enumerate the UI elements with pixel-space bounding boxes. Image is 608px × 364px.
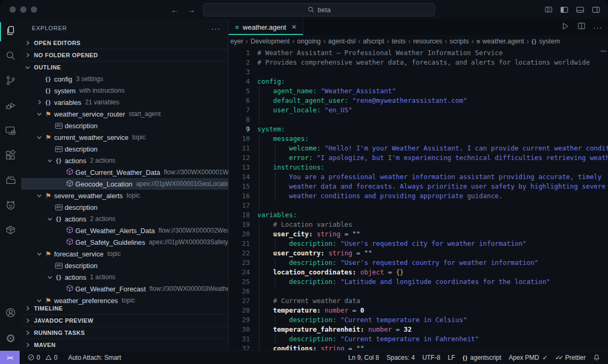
breadcrumb-item-scripts[interactable]: scripts: [450, 38, 469, 45]
activity-settings[interactable]: ⚙: [0, 327, 21, 350]
breadcrumb-item-afscript[interactable]: afscript: [363, 38, 384, 45]
run-icon[interactable]: [561, 22, 570, 33]
close-window-icon[interactable]: [10, 6, 16, 13]
remote-indicator[interactable]: ><: [0, 351, 20, 364]
minimize-window-icon[interactable]: [20, 6, 27, 13]
files-icon: [5, 25, 16, 39]
section-0[interactable]: OPEN EDITORS: [21, 37, 228, 49]
toggle-panel-icon[interactable]: [576, 5, 585, 14]
status-item-ln-9-col-8[interactable]: Ln 9, Col 8: [344, 351, 383, 364]
problems-status[interactable]: 0 0: [24, 351, 61, 364]
robot-icon: [5, 199, 16, 213]
code-line-28: 28 temperature: number = 0: [229, 306, 608, 315]
outline-item-Geocode_Location[interactable]: Geocode_Locationapex://01pWX000001GeoLoc…: [21, 178, 228, 190]
close-tab-icon[interactable]: ✕: [291, 23, 297, 31]
bottom-section-0[interactable]: TIMELINE: [21, 303, 228, 314]
outline-item-actions[interactable]: {} actions2 actions: [21, 213, 228, 225]
outline-item-Get_Safety_Guidelines[interactable]: Get_Safety_Guidelinesapex://01pWX000003S…: [21, 236, 228, 248]
chevron-right-icon: [23, 318, 32, 323]
outline-item-description[interactable]: abc description: [21, 260, 228, 271]
outline-section-header[interactable]: OUTLINE: [21, 61, 228, 73]
toggle-secondary-sidebar-icon[interactable]: [592, 5, 601, 14]
chevron-right-icon: [23, 306, 32, 311]
status-item-apex-pmd[interactable]: Apex PMD✓: [505, 351, 551, 364]
tab-weather-agent[interactable]: ≡ weather.agent ✕: [229, 19, 303, 35]
status-item-bell[interactable]: [589, 351, 604, 364]
outline-item-Get_Current_Weather_Data[interactable]: Get_Current_Weather_Dataflow://300WX0000…: [21, 166, 228, 178]
status-item-agentscript[interactable]: {}agentscript: [459, 351, 505, 364]
line-number: 24: [229, 268, 250, 277]
warning-icon: [45, 354, 52, 361]
outline-item-Get_Weather_Forecast[interactable]: Get_Weather_Forecastflow://300WX000003We…: [21, 283, 228, 295]
activity-search[interactable]: [0, 45, 21, 68]
line-number: 19: [229, 220, 250, 229]
breadcrumb-item-Development[interactable]: Development: [250, 38, 290, 45]
line-number: 16: [229, 191, 250, 201]
forward-icon[interactable]: →: [187, 5, 195, 14]
breadcrumb-item-ongoing[interactable]: ongoing: [297, 38, 321, 45]
status-item-lf[interactable]: LF: [444, 351, 459, 364]
outline-item-description[interactable]: abc description: [21, 143, 228, 155]
line-number: 22: [229, 248, 250, 258]
activity-project-manager[interactable]: [0, 170, 21, 193]
code-line-18: 18variables:: [229, 210, 608, 220]
activity-robot[interactable]: [0, 194, 21, 218]
breadcrumb-item-system[interactable]: {}system: [532, 38, 560, 45]
activity-accounts[interactable]: [0, 302, 21, 325]
breadcrumb-item-resources[interactable]: resources: [413, 38, 442, 45]
code-line-3: 3: [229, 67, 608, 77]
code-line-16: 16 weather conditions and providing appr…: [229, 191, 608, 201]
outline-item-description[interactable]: abc description: [21, 201, 228, 213]
outline-item-forecast_service[interactable]: ⚑ forecast_servicetopic: [21, 248, 228, 260]
line-number: 1: [229, 48, 250, 58]
code-line-17: 17: [229, 201, 608, 210]
more-actions-icon[interactable]: ···: [593, 23, 603, 32]
outline-item-system[interactable]: {} systemwith instructions: [21, 85, 228, 96]
outline-item-variables[interactable]: {} variables21 variables: [21, 96, 228, 108]
code-editor[interactable]: 1# Weather Assistant – Professional Weat…: [229, 48, 608, 351]
auto-attach-status[interactable]: Auto Attach: Smart: [64, 351, 125, 364]
outline-item-severe_weather_alerts[interactable]: ⚑ severe_weather_alertstopic: [21, 190, 228, 201]
bottom-section-1[interactable]: JAVADOC PREVIEW: [21, 314, 228, 326]
status-item-spaces-4[interactable]: Spaces: 4: [383, 351, 419, 364]
command-center-search[interactable]: beta: [203, 3, 435, 16]
activity-run-debug[interactable]: [0, 95, 21, 118]
activity-containers[interactable]: [0, 219, 21, 243]
breadcrumb-item-weather.agent[interactable]: ≡weather.agent: [476, 38, 524, 46]
status-item-prettier[interactable]: ✓✓Prettier: [551, 351, 589, 364]
chevron-right-icon: [23, 52, 32, 58]
code-line-26: 26: [229, 287, 608, 296]
customize-layout-icon[interactable]: [544, 5, 553, 14]
flow-action-cube-icon: [66, 226, 73, 235]
activity-extensions[interactable]: [0, 145, 21, 168]
back-icon[interactable]: ←: [171, 5, 179, 14]
outline-item-actions[interactable]: {} actions1 actions: [21, 271, 228, 283]
section-1[interactable]: NO FOLDER OPENED: [21, 49, 228, 61]
line-number: 12: [229, 153, 250, 163]
flow-action-cube-icon: [66, 285, 73, 294]
outline-item-weather_service_router[interactable]: ⚑ weather_service_routerstart_agent: [21, 108, 228, 120]
outline-item-Get_Weather_Alerts_Data[interactable]: Get_Weather_Alerts_Dataflow://300WX00000…: [21, 225, 228, 236]
split-editor-icon[interactable]: [577, 22, 586, 32]
code-line-23: 23 description: "User's requested countr…: [229, 258, 608, 268]
search-icon: [5, 50, 16, 64]
outline-item-description[interactable]: abc description: [21, 120, 228, 131]
breadcrumb-item-tests[interactable]: tests: [392, 38, 405, 45]
bottom-section-2[interactable]: RUNNING TASKS: [21, 326, 228, 339]
zoom-window-icon[interactable]: [31, 6, 37, 13]
toggle-primary-sidebar-icon[interactable]: [560, 5, 569, 14]
breadcrumb-item-eyer[interactable]: eyer: [230, 38, 243, 45]
outline-item-actions[interactable]: {} actions2 actions: [21, 155, 228, 166]
bottom-section-3[interactable]: MAVEN: [21, 339, 228, 351]
status-item-utf-8[interactable]: UTF-8: [419, 351, 444, 364]
code-line-21: 21 description: "User's requested city f…: [229, 239, 608, 248]
code-line-30: 30 temperature_fahrenheit: number = 32: [229, 325, 608, 334]
outline-item-config[interactable]: {} config3 settings: [21, 73, 228, 85]
activity-explorer[interactable]: [0, 20, 21, 43]
activity-source-control[interactable]: [0, 70, 21, 93]
activity-remote-explorer[interactable]: [0, 120, 21, 143]
breadcrumb-item-agent-dsl[interactable]: agent-dsl: [328, 38, 355, 45]
search-icon: [308, 6, 315, 13]
explorer-more-actions-icon[interactable]: ···: [211, 24, 221, 33]
outline-item-current_weather_service[interactable]: ⚑ current_weather_servicetopic: [21, 131, 228, 143]
